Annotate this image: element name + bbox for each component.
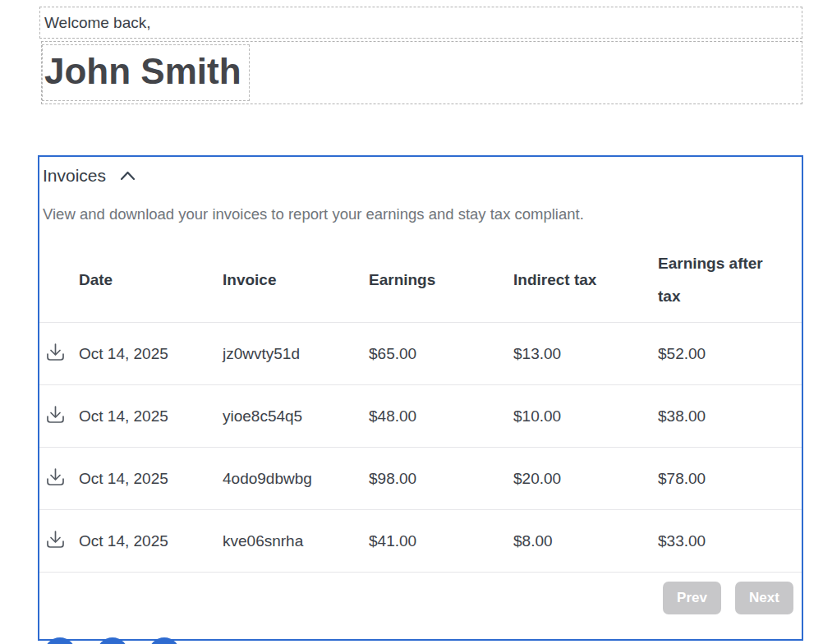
invoice-earnings: $65.00 bbox=[369, 345, 513, 363]
download-invoice-button[interactable] bbox=[43, 341, 68, 364]
invoice-id: 4odo9dbwbg bbox=[223, 470, 369, 488]
table-row: Oct 14, 2025 jz0wvty51d $65.00 $13.00 $5… bbox=[39, 322, 802, 384]
invoice-earnings: $41.00 bbox=[369, 532, 513, 550]
invoice-earnings: $98.00 bbox=[369, 470, 513, 488]
name-field-container[interactable]: John Smith bbox=[41, 41, 802, 104]
invoice-indirect-tax: $13.00 bbox=[513, 345, 658, 363]
download-cell bbox=[39, 466, 79, 491]
table-row: Oct 14, 2025 yioe8c54q5 $48.00 $10.00 $3… bbox=[39, 384, 802, 447]
invoice-earnings-after-tax: $33.00 bbox=[658, 532, 802, 550]
download-icon bbox=[44, 530, 67, 550]
invoice-earnings-after-tax: $52.00 bbox=[658, 345, 802, 363]
collapse-panel-button[interactable] bbox=[117, 169, 139, 182]
invoice-earnings: $48.00 bbox=[369, 407, 513, 426]
invoice-earnings-after-tax: $78.00 bbox=[658, 470, 802, 488]
pagination-bar: Prev Next bbox=[39, 572, 802, 614]
next-button[interactable]: Next bbox=[735, 582, 793, 614]
download-invoice-button[interactable] bbox=[43, 403, 68, 426]
welcome-text-field[interactable]: Welcome back, bbox=[39, 7, 802, 39]
invoices-panel-header: Invoices bbox=[39, 157, 802, 186]
invoice-earnings-after-tax: $38.00 bbox=[658, 407, 802, 426]
invoice-id: kve06snrha bbox=[223, 532, 369, 550]
table-row: Oct 14, 2025 kve06snrha $41.00 $8.00 $33… bbox=[39, 509, 802, 572]
column-header-earnings-after-tax: Earnings after tax bbox=[658, 247, 802, 313]
prev-button[interactable]: Prev bbox=[663, 582, 721, 614]
table-header-row: Date Invoice Earnings Indirect tax Earni… bbox=[39, 237, 802, 322]
download-invoice-button[interactable] bbox=[43, 528, 68, 551]
invoice-id: jz0wvty51d bbox=[223, 345, 369, 363]
invoice-date: Oct 14, 2025 bbox=[79, 532, 223, 550]
chevron-up-icon bbox=[120, 171, 136, 181]
download-icon bbox=[44, 467, 67, 487]
column-header-invoice: Invoice bbox=[223, 264, 369, 297]
invoice-date: Oct 14, 2025 bbox=[79, 407, 223, 426]
download-cell bbox=[39, 528, 79, 554]
invoice-date: Oct 14, 2025 bbox=[79, 345, 223, 363]
invoices-title: Invoices bbox=[43, 166, 106, 186]
download-cell bbox=[39, 403, 79, 429]
download-cell bbox=[39, 341, 79, 366]
user-name-field[interactable]: John Smith bbox=[42, 44, 250, 101]
download-icon bbox=[44, 405, 67, 425]
download-invoice-button[interactable] bbox=[43, 466, 68, 489]
invoice-indirect-tax: $10.00 bbox=[513, 407, 658, 426]
invoice-indirect-tax: $8.00 bbox=[513, 532, 658, 550]
table-body: Oct 14, 2025 jz0wvty51d $65.00 $13.00 $5… bbox=[39, 322, 802, 572]
column-header-indirect-tax: Indirect tax bbox=[513, 264, 658, 297]
invoice-id: yioe8c54q5 bbox=[223, 407, 369, 426]
invoice-date: Oct 14, 2025 bbox=[79, 470, 223, 488]
column-header-earnings: Earnings bbox=[369, 264, 513, 297]
invoice-indirect-tax: $20.00 bbox=[513, 470, 658, 488]
invoices-panel: Invoices View and download your invoices… bbox=[38, 155, 803, 641]
column-header-date: Date bbox=[79, 264, 223, 297]
table-row: Oct 14, 2025 4odo9dbwbg $98.00 $20.00 $7… bbox=[39, 447, 802, 509]
download-icon bbox=[44, 343, 67, 362]
invoices-description: View and download your invoices to repor… bbox=[43, 205, 802, 223]
invoices-table: Date Invoice Earnings Indirect tax Earni… bbox=[39, 237, 802, 572]
